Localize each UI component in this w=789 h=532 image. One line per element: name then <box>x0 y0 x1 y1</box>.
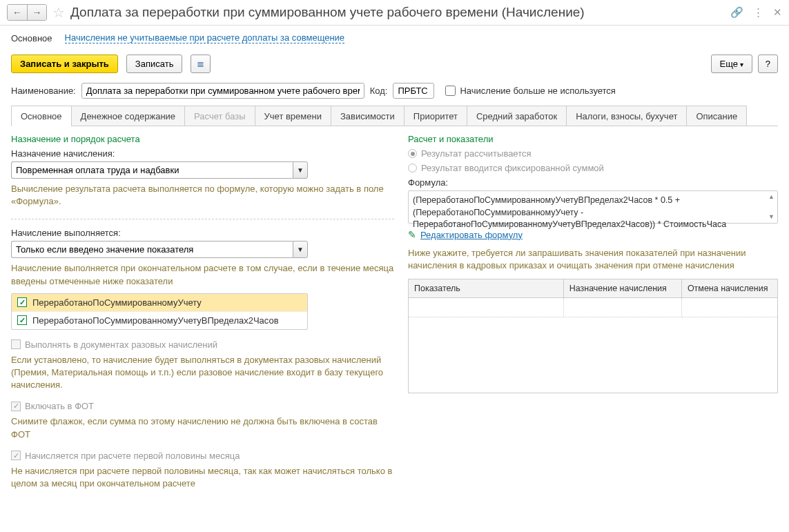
radio-calculated <box>408 149 417 158</box>
linkbar-exclusions[interactable]: Начисления не учитываемые при расчете до… <box>65 32 345 43</box>
formula-label: Формула: <box>408 177 778 188</box>
purpose-input[interactable] <box>11 161 293 179</box>
radio-fixed-label: Результат вводится фиксированной суммой <box>421 163 604 173</box>
exec-label: Начисление выполняется: <box>11 228 394 238</box>
tab-priority[interactable]: Приоритет <box>404 106 467 126</box>
exec-help: Начисление выполняется при окончательном… <box>11 262 394 287</box>
indicator-1-label: ПереработаноПоСуммированномуУчету <box>32 297 202 308</box>
exec-input[interactable] <box>11 241 293 258</box>
close-icon[interactable]: ✕ <box>773 6 782 19</box>
help-button[interactable]: ? <box>758 55 778 73</box>
indicator-list: ✓ ПереработаноПоСуммированномуУчету ✓ Пе… <box>11 293 308 330</box>
divider <box>11 219 394 219</box>
onetime-checkbox <box>11 339 21 349</box>
unused-label: Начисление больше не используется <box>460 86 615 96</box>
list-icon-button[interactable]: ≣ <box>191 55 211 73</box>
table-row[interactable] <box>409 317 778 393</box>
radio-fixed <box>408 164 417 173</box>
onetime-label: Выполнять в документах разовых начислени… <box>25 339 217 350</box>
indicators-help: Ниже укажите, требуется ли запрашивать з… <box>408 247 778 272</box>
page-title: Доплата за переработки при суммированном… <box>70 5 730 20</box>
indicator-2-label: ПереработаноПоСуммированномуУчетуВПредел… <box>32 315 279 326</box>
tab-deps[interactable]: Зависимости <box>331 106 405 126</box>
tab-time[interactable]: Учет времени <box>255 106 331 126</box>
scroll-up-icon[interactable]: ▲ <box>768 193 775 201</box>
unused-checkbox[interactable] <box>445 86 456 96</box>
fot-checkbox: ✓ <box>11 402 21 411</box>
purpose-help: Вычисление результата расчета выполняетс… <box>11 183 394 208</box>
tab-taxes[interactable]: Налоги, взносы, бухучет <box>566 106 687 126</box>
tab-base[interactable]: Расчет базы <box>184 106 255 126</box>
halfmonth-checkbox: ✓ <box>11 451 21 460</box>
th-assign[interactable]: Назначение начисления <box>563 279 681 298</box>
tab-desc[interactable]: Описание <box>686 106 747 126</box>
linkbar-main[interactable]: Основное <box>11 33 52 43</box>
onetime-help: Если установлено, то начисление будет вы… <box>11 354 394 392</box>
name-label: Наименование: <box>11 86 76 96</box>
link-icon[interactable]: 🔗 <box>730 6 743 19</box>
nav-forward-button[interactable]: → <box>27 5 46 20</box>
save-close-button[interactable]: Записать и закрыть <box>11 55 118 73</box>
fot-label: Включать в ФОТ <box>25 401 94 411</box>
indicator-row-1[interactable]: ✓ ПереработаноПоСуммированномуУчету <box>12 294 307 311</box>
edit-formula-link[interactable]: Редактировать формулу <box>420 230 523 240</box>
section-calc: Расчет и показатели <box>408 134 778 144</box>
tab-money[interactable]: Денежное содержание <box>71 106 185 126</box>
purpose-dropdown-button[interactable]: ▼ <box>293 161 308 179</box>
table-row[interactable] <box>409 298 778 317</box>
fot-help: Снимите флажок, если сумма по этому начи… <box>11 415 394 440</box>
tab-main[interactable]: Основное <box>11 106 72 126</box>
tabs: Основное Денежное содержание Расчет базы… <box>0 106 789 126</box>
indicators-table: Показатель Назначение начисления Отмена … <box>408 279 778 393</box>
formula-text: (ПереработаноПоСуммированномуУчетуВПреде… <box>413 195 726 229</box>
nav-back-button[interactable]: ← <box>8 5 27 20</box>
tab-avg[interactable]: Средний заработок <box>467 106 567 126</box>
check-icon[interactable]: ✓ <box>17 315 27 325</box>
halfmonth-help: Не начисляется при расчете первой полови… <box>11 465 394 490</box>
th-cancel[interactable]: Отмена начисления <box>681 279 777 298</box>
halfmonth-label: Начисляется при расчете первой половины … <box>25 451 240 461</box>
code-input[interactable] <box>393 83 434 99</box>
radio-calculated-label: Результат рассчитывается <box>421 148 532 159</box>
scroll-down-icon[interactable]: ▼ <box>768 213 775 221</box>
code-label: Код: <box>370 86 388 96</box>
name-input[interactable] <box>81 83 364 99</box>
more-button[interactable]: Еще <box>711 55 752 73</box>
indicator-row-2[interactable]: ✓ ПереработаноПоСуммированномуУчетуВПред… <box>12 311 307 329</box>
save-button[interactable]: Записать <box>126 55 183 73</box>
purpose-label: Назначение начисления: <box>11 148 394 159</box>
star-icon[interactable]: ☆ <box>52 4 65 21</box>
formula-box[interactable]: (ПереработаноПоСуммированномуУчетуВПреде… <box>408 190 778 224</box>
th-indicator[interactable]: Показатель <box>409 279 564 298</box>
kebab-icon[interactable]: ⋮ <box>753 6 763 19</box>
exec-dropdown-button[interactable]: ▼ <box>293 241 308 258</box>
check-icon[interactable]: ✓ <box>17 297 27 307</box>
section-purpose: Назначение и порядок расчета <box>11 134 394 144</box>
